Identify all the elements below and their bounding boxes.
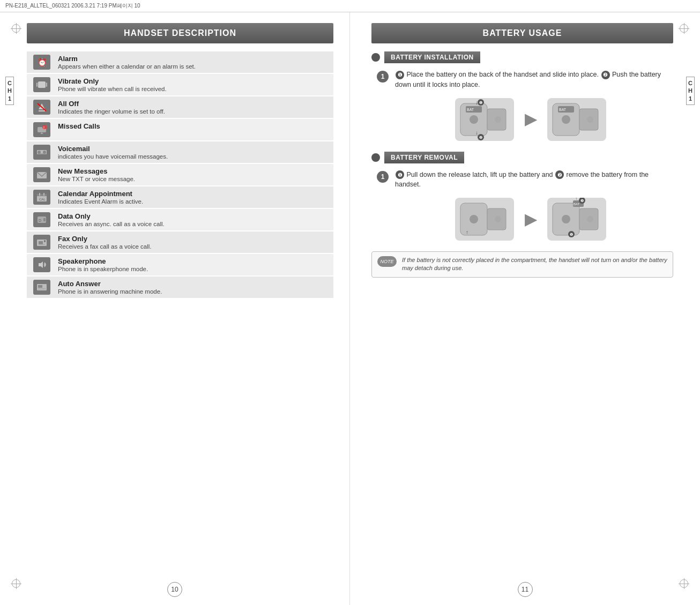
auto-answer-icon [33,280,50,295]
alarm-text: Alarm Appears when either a calendar or … [58,55,329,70]
svg-rect-2 [46,83,47,87]
chapter-indicator-right: C H 1 [686,77,695,105]
battery-removal-header: BATTERY REMOVAL [371,152,673,163]
installation-images: BAT ↓ ↓ ❶ ❷ ▶ [388,98,673,141]
vibrate-icon [33,77,50,92]
page-number-right: 11 [518,582,533,597]
handset-image-remove-2: BAT ↑ ❶ ❷ [547,198,606,241]
newmsg-icon-cell [31,167,53,182]
speaker-icon-cell [31,257,53,272]
bullet-icon [371,53,380,62]
svg-text:❷: ❷ [479,136,482,139]
fax-only-icon [33,235,50,250]
faxonly-text: Fax Only Receives a fax call as a voice … [58,235,329,250]
right-page: C H 1 BATTERY USAGE BATTERY INSTALLATION… [350,12,700,605]
calendar-appointment-icon: CAL [33,190,50,205]
svg-text:!: ! [43,126,44,129]
svg-text:BAT: BAT [559,108,567,111]
svg-text:BAT: BAT [467,108,474,111]
svg-point-56 [562,215,570,223]
svg-text:❶: ❶ [479,101,482,104]
step-number-1: 1 [377,71,389,83]
missed-calls-icon: ! [33,122,50,137]
bullet-icon-2 [371,153,380,162]
alarm-icon: ⏰ [33,55,50,70]
svg-point-51 [470,215,478,223]
crosshair-br [679,578,689,589]
alarm-icon-cell: ⏰ [31,55,53,70]
svg-point-12 [43,151,46,154]
svg-rect-25 [44,240,46,242]
svg-text:↑: ↑ [466,229,468,235]
alloff-icon [33,100,50,115]
svg-text:❶: ❶ [570,233,573,236]
top-bar: PN-E218_ALLTEL_060321 2006.3.21 7:19 PM페… [0,0,700,12]
svg-point-57 [587,216,593,222]
dataonly-icon-cell: D [31,212,53,227]
voicemail-text: Voicemail indicates you have voicemail m… [58,145,329,160]
arrow-right-install: ▶ [525,110,537,128]
handset-image-install-2: BAT [547,98,606,141]
removal-step-1: 1 ❶ Pull down the release latch, lift up… [371,170,673,190]
svg-point-46 [587,116,593,123]
svg-text:❷: ❷ [580,199,584,203]
right-section-header: BATTERY USAGE [371,23,673,43]
list-item: Vibrate Only Phone will vibrate when cal… [27,74,333,95]
list-item: ⏰ Alarm Appears when either a calendar o… [27,51,333,73]
battery-installation-header: BATTERY INSTALLATION [371,51,673,63]
removal-num-circle-1: ❶ [396,170,404,179]
svg-point-34 [495,116,501,123]
list-item: Fax Only Receives a fax call as a voice … [27,231,333,253]
alloff-text: All Off Indicates the ringer volume is s… [58,100,329,115]
vibrate-text: Vibrate Only Phone will vibrate when cal… [58,77,329,92]
svg-text:↑: ↑ [575,198,577,201]
note-box: NOTE If the battery is not correctly pla… [371,251,673,278]
crosshair-bl [11,578,21,589]
battery-installation-section: BATTERY INSTALLATION 1 ❶ Place the batte… [371,51,673,141]
removal-step-number: 1 [377,171,389,183]
missed-text: Missed Calls [58,122,329,131]
arrow-right-remove: ▶ [525,211,537,228]
dataonly-text: Data Only Receives an async. call as a v… [58,212,329,227]
crosshair-tr [679,23,689,34]
list-item: ! Missed Calls [27,119,333,140]
removal-num-circle-2: ❷ [555,170,564,179]
svg-text:CAL: CAL [39,198,46,201]
installation-step-1: 1 ❶ Place the battery on the back of the… [371,70,673,90]
step-num-circle-1: ❶ [396,71,404,79]
crosshair-tl [11,23,21,34]
list-item: D Data Only Receives an async. call as a… [27,209,333,230]
handset-image-remove-1: ↑ [455,198,514,241]
page-number-left: 10 [167,582,182,597]
faxonly-icon-cell [31,235,53,250]
data-only-icon: D [33,212,50,227]
calendar-icon-cell: CAL [31,190,53,205]
svg-text:D: D [39,219,41,222]
icon-list: ⏰ Alarm Appears when either a calendar o… [27,51,333,298]
autoanswer-icon-cell [31,280,53,295]
handset-image-install-1: BAT ↓ ↓ ❶ ❷ [455,98,514,141]
list-item: Auto Answer Phone is in answering machin… [27,277,333,298]
speaker-text: Speakerphone Phone is in speakerphone mo… [58,257,329,272]
svg-text:↓: ↓ [475,130,478,136]
missed-icon-cell: ! [31,122,53,137]
removal-step-text: ❶ Pull down the release latch, lift up t… [395,170,673,190]
svg-rect-1 [36,83,38,87]
step-num-circle-2: ❷ [601,71,610,79]
left-section-header: HANDSET DESCRIPTION [27,23,333,43]
vibrate-icon-cell [31,77,53,92]
chapter-indicator-left: C H 1 [5,77,14,105]
alloff-icon-cell [31,100,53,115]
svg-rect-24 [39,241,43,244]
list-item: New Messages New TXT or voice message. [27,164,333,185]
installation-step-text: ❶ Place the battery on the back of the h… [395,70,673,90]
svg-rect-29 [38,285,42,288]
note-text: If the battery is not correctly placed i… [402,256,667,273]
battery-removal-section: BATTERY REMOVAL 1 ❶ Pull down the releas… [371,152,673,241]
svg-point-11 [38,151,41,154]
newmsg-text: New Messages New TXT or voice message. [58,167,329,182]
svg-rect-22 [43,218,46,221]
svg-rect-16 [37,194,47,196]
list-item: CAL Calendar Appointment Indicates Event… [27,186,333,208]
svg-point-52 [495,216,501,222]
